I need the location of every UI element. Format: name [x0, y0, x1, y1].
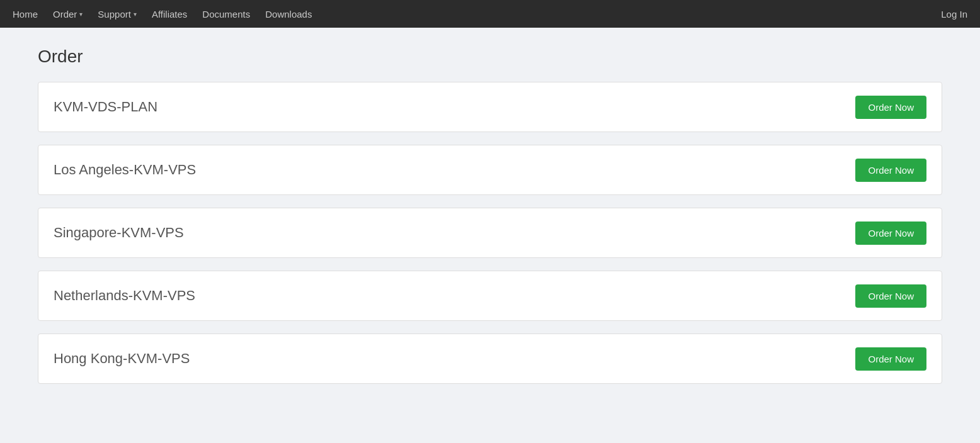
plan-name: Netherlands-KVM-VPS — [54, 288, 195, 304]
plan-name: KVM-VDS-PLAN — [54, 99, 157, 115]
plan-card: KVM-VDS-PLANOrder Now — [38, 82, 942, 132]
navbar: Home Order ▾ Support ▾ Affiliates Docume… — [0, 0, 980, 28]
order-now-button[interactable]: Order Now — [855, 284, 926, 308]
nav-login[interactable]: Log In — [941, 9, 967, 20]
nav-item-downloads[interactable]: Downloads — [265, 9, 312, 20]
order-now-button[interactable]: Order Now — [855, 159, 926, 182]
order-now-button[interactable]: Order Now — [855, 222, 926, 245]
order-now-button[interactable]: Order Now — [855, 347, 926, 371]
order-now-button[interactable]: Order Now — [855, 96, 926, 119]
nav-left: Home Order ▾ Support ▾ Affiliates Docume… — [13, 9, 312, 20]
page-title: Order — [38, 47, 942, 67]
plan-name: Los Angeles-KVM-VPS — [54, 162, 196, 178]
plan-list: KVM-VDS-PLANOrder NowLos Angeles-KVM-VPS… — [38, 82, 942, 384]
plan-card: Singapore-KVM-VPSOrder Now — [38, 208, 942, 258]
plan-name: Singapore-KVM-VPS — [54, 225, 184, 241]
main-content: Order KVM-VDS-PLANOrder NowLos Angeles-K… — [0, 28, 980, 415]
order-dropdown-arrow: ▾ — [79, 11, 83, 18]
nav-item-support[interactable]: Support ▾ — [98, 9, 137, 20]
nav-item-affiliates[interactable]: Affiliates — [152, 9, 187, 20]
nav-item-home[interactable]: Home — [13, 9, 38, 20]
plan-card: Netherlands-KVM-VPSOrder Now — [38, 271, 942, 321]
plan-card: Hong Kong-KVM-VPSOrder Now — [38, 334, 942, 384]
nav-item-order[interactable]: Order ▾ — [53, 9, 83, 20]
plan-name: Hong Kong-KVM-VPS — [54, 350, 190, 367]
plan-card: Los Angeles-KVM-VPSOrder Now — [38, 145, 942, 195]
nav-item-documents[interactable]: Documents — [202, 9, 250, 20]
support-dropdown-arrow: ▾ — [134, 11, 137, 18]
